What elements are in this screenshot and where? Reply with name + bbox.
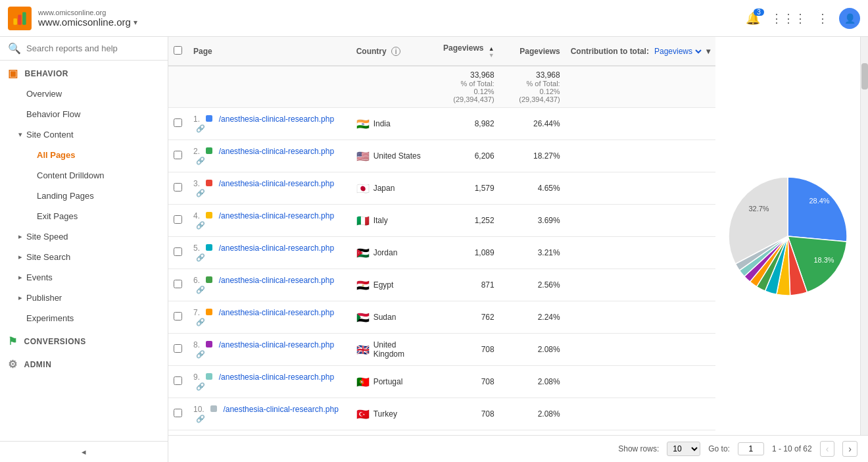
sidebar-item-experiments[interactable]: Experiments [0,308,168,328]
domain-selector[interactable]: www.omicsonline.org ▾ [38,16,137,28]
country-cell-1: 🇺🇸 United States [351,140,433,172]
svg-text:32.7%: 32.7% [748,205,769,213]
page-link-6[interactable]: /anesthesia-clinical-research.php [219,308,334,317]
svg-text:28.4%: 28.4% [809,197,829,205]
contribution-cell-8 [566,366,715,398]
page-cell-1: 2. /anesthesia-clinical-research.php 🔗 [188,140,351,172]
country-cell-3: 🇮🇹 Italy [351,205,433,237]
external-link-icon-9[interactable]: 🔗 [196,415,205,423]
show-rows-select[interactable]: 10 25 50 100 [667,442,700,456]
contribution-cell-9 [566,398,715,430]
external-link-icon-8[interactable]: 🔗 [196,382,205,390]
row-checkbox-2[interactable] [168,172,188,205]
page-link-0[interactable]: /anesthesia-clinical-research.php [219,115,334,124]
sidebar-item-content-drilldown[interactable]: Content Drilldown [0,165,168,186]
pageviews-column-header[interactable]: Pageviews ▲ ▼ [433,37,500,66]
notification-bell[interactable]: 🔔 3 [746,11,760,26]
row-checkbox-0[interactable] [168,108,188,140]
behavior-section: ▣ BEHAVIOR Overview Behavior Flow ▾ Site… [0,61,168,328]
svg-rect-2 [22,12,26,24]
pageviews-cell-5: 871 [433,269,500,301]
sidebar-item-site-content[interactable]: ▾ Site Content [0,124,168,145]
sidebar-item-site-speed[interactable]: ▸ Site Speed [0,226,168,247]
page-cell-5: 6. /anesthesia-clinical-research.php 🔗 [188,269,351,301]
prev-page-button[interactable]: ‹ [820,441,835,457]
pageviews-cell-7: 708 [433,334,500,366]
page-link-8[interactable]: /anesthesia-clinical-research.php [219,372,334,382]
sidebar-item-exit-pages[interactable]: Exit Pages [0,206,168,226]
search-bar[interactable]: 🔍 [0,37,168,61]
pct-cell-8: 2.08% [500,366,566,398]
topbar-icons: 🔔 3 ⋮⋮⋮ ⋮ 👤 [746,8,860,29]
external-link-icon-4[interactable]: 🔗 [196,253,205,261]
country-cell-4: 🇯🇴 Jordan [351,237,433,269]
country-info-icon[interactable]: i [391,47,400,56]
row-checkbox-6[interactable] [168,301,188,334]
page-link-3[interactable]: /anesthesia-clinical-research.php [219,211,334,220]
row-checkbox-3[interactable] [168,205,188,237]
checkbox-all[interactable] [174,46,182,55]
behavior-icon: ▣ [8,67,18,80]
row-checkbox-4[interactable] [168,237,188,269]
country-cell-9: 🇹🇷 Turkey [351,398,433,430]
page-cell-2: 3. /anesthesia-clinical-research.php 🔗 [188,172,351,205]
page-link-7[interactable]: /anesthesia-clinical-research.php [219,340,334,349]
table-row: 5. /anesthesia-clinical-research.php 🔗 🇯… [168,237,715,269]
page-link-5[interactable]: /anesthesia-clinical-research.php [219,276,334,285]
sidebar-collapse-btn[interactable]: ◂ [0,441,168,462]
user-avatar[interactable]: 👤 [839,8,860,29]
pagination-bar: Show rows: 10 25 50 100 Go to: 1 - 10 of… [168,435,868,462]
external-link-icon-0[interactable]: 🔗 [196,124,205,132]
table-row: 4. /anesthesia-clinical-research.php 🔗 🇮… [168,205,715,237]
svg-rect-0 [13,18,17,25]
go-to-input[interactable] [738,442,764,455]
table-row: 9. /anesthesia-clinical-research.php 🔗 🇵… [168,366,715,398]
row-checkbox-8[interactable] [168,366,188,398]
more-options-icon[interactable]: ⋮ [817,11,829,26]
external-link-icon-2[interactable]: 🔗 [196,189,205,197]
country-cell-7: 🇬🇧 United Kingdom [351,334,433,366]
contribution-column-header: Contribution to total: Pageviews ▾ [566,37,715,66]
page-link-4[interactable]: /anesthesia-clinical-research.php [219,244,334,253]
contribution-metric-select[interactable]: Pageviews [652,46,704,57]
apps-grid-icon[interactable]: ⋮⋮⋮ [771,11,806,26]
sidebar-item-publisher[interactable]: ▸ Publisher [0,288,168,308]
row-checkbox-7[interactable] [168,334,188,366]
select-all-checkbox[interactable] [168,37,188,66]
sort-icon: ▲ ▼ [489,45,494,59]
chevron-right-icon: ▸ [18,232,22,241]
sidebar-item-behavior-flow[interactable]: Behavior Flow [0,104,168,124]
country-cell-5: 🇪🇬 Egypt [351,269,433,301]
sidebar-item-events[interactable]: ▸ Events [0,267,168,288]
sidebar-item-all-pages[interactable]: All Pages [0,145,168,165]
pie-chart-panel: 32.7%28.4%18.3% [715,37,860,435]
sidebar-item-site-search[interactable]: ▸ Site Search [0,247,168,267]
search-icon: 🔍 [8,42,21,55]
page-cell-0: 1. /anesthesia-clinical-research.php 🔗 [188,108,351,140]
external-link-icon-6[interactable]: 🔗 [196,318,205,326]
pageviews2-column-header: Pageviews [500,37,566,66]
row-checkbox-9[interactable] [168,398,188,430]
sidebar-item-landing-pages[interactable]: Landing Pages [0,186,168,206]
search-input[interactable] [26,43,160,53]
external-link-icon-1[interactable]: 🔗 [196,157,205,165]
pageviews-cell-0: 8,982 [433,108,500,140]
total-value1: 33,968 [470,70,494,80]
external-link-icon-7[interactable]: 🔗 [196,350,205,358]
pagination-range: 1 - 10 of 62 [772,444,812,453]
conversions-section: ⚑ CONVERSIONS [0,328,168,351]
external-link-icon-3[interactable]: 🔗 [196,221,205,229]
row-checkbox-5[interactable] [168,269,188,301]
table-body: 1. /anesthesia-clinical-research.php 🔗 🇮… [168,108,715,430]
page-link-2[interactable]: /anesthesia-clinical-research.php [219,179,334,188]
vertical-scrollbar[interactable] [860,37,868,435]
page-link-1[interactable]: /anesthesia-clinical-research.php [219,147,334,156]
svg-text:18.3%: 18.3% [813,256,834,264]
page-link-9[interactable]: /anesthesia-clinical-research.php [223,405,338,414]
external-link-icon-5[interactable]: 🔗 [196,286,205,294]
row-checkbox-1[interactable] [168,140,188,172]
contribution-cell-2 [566,172,715,205]
pct-cell-3: 3.69% [500,205,566,237]
sidebar-item-overview[interactable]: Overview [0,84,168,104]
next-page-button[interactable]: › [842,441,857,457]
